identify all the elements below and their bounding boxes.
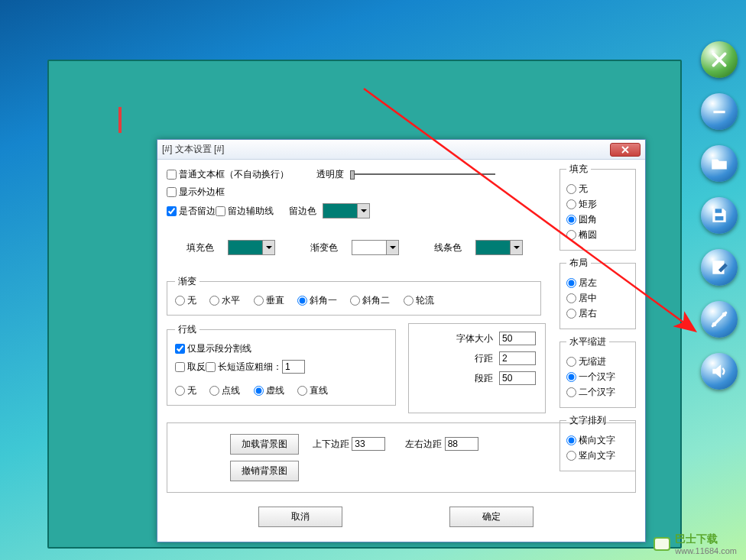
gradient-opt-3[interactable]: 斜角一 [297, 295, 337, 306]
font-size-label: 字体大小 [456, 332, 493, 345]
indent-group: 水平缩进 无缩进 一个汉字 二个汉字 [560, 335, 636, 408]
layout-opt-1[interactable]: 居中 [566, 292, 629, 305]
opacity-label: 透明度 [316, 168, 344, 181]
svg-point-6 [722, 312, 726, 316]
fill-shape-group: 填充 无 矩形 圆角 椭圆 [560, 163, 636, 251]
gradient-opt-0[interactable]: 无 [175, 295, 196, 306]
hmargin-label: 左右边距 [405, 439, 442, 449]
indent-opt-1[interactable]: 一个汉字 [566, 371, 629, 384]
text-cursor [118, 107, 122, 133]
line-style-0[interactable]: 无 [175, 385, 196, 396]
save-icon [709, 206, 729, 225]
font-size-input[interactable] [499, 332, 536, 345]
vmargin-label: 上下边距 [313, 439, 349, 449]
indent-opt-2[interactable]: 二个汉字 [566, 386, 629, 399]
vmargin-input[interactable] [352, 437, 385, 451]
svg-point-5 [712, 322, 716, 326]
minimize-icon [709, 102, 729, 121]
line-color-label: 线条色 [434, 241, 462, 254]
folder-icon [709, 154, 729, 173]
has-margin-checkbox[interactable]: 是否留边 [167, 205, 216, 218]
close-icon [709, 50, 729, 70]
floating-toolbar [696, 41, 743, 390]
plain-textbox-label: 普通文本框（不自动换行） [179, 169, 289, 180]
toolbar-folder-button[interactable] [701, 145, 738, 182]
has-margin-label: 是否留边 [179, 206, 216, 216]
fill-opt-2[interactable]: 圆角 [566, 213, 629, 226]
text-dir-legend: 文字排列 [566, 414, 609, 427]
load-bg-button[interactable]: 加载背景图 [230, 434, 299, 455]
text-dir-group: 文字排列 横向文字 竖向文字 [560, 414, 636, 471]
cancel-button[interactable]: 取消 [258, 507, 342, 527]
line-spacing-label: 行距 [475, 352, 493, 365]
fill-opt-0[interactable]: 无 [566, 183, 629, 196]
margin-guides-label: 留边辅助线 [228, 206, 274, 216]
para-spacing-input[interactable] [499, 371, 536, 385]
auto-length-checkbox[interactable]: 长短适应 [206, 361, 255, 374]
fill-color-picker[interactable] [228, 240, 275, 255]
toolbar-tools-button[interactable] [701, 301, 738, 338]
svg-rect-3 [715, 216, 724, 220]
ok-button[interactable]: 确定 [449, 507, 534, 527]
lines-legend: 行线 [175, 323, 199, 336]
thickness-label: 粗细： [255, 361, 282, 374]
watermark-badge: 巴士下载 www.11684.com [654, 532, 737, 555]
gradient-radios: 无 水平 垂直 斜角一 斜角二 轮流 [175, 294, 533, 307]
line-spacing-input[interactable] [499, 351, 536, 365]
gradient-opt-4[interactable]: 斜角二 [350, 295, 390, 306]
svg-rect-1 [713, 111, 725, 113]
font-block: 字体大小 行距 段距 [408, 323, 546, 413]
layout-opt-2[interactable]: 居右 [566, 307, 629, 320]
gradient-color-label: 渐变色 [310, 241, 338, 254]
invert-checkbox[interactable]: 取反 [175, 361, 206, 374]
gradient-opt-2[interactable]: 垂直 [254, 295, 284, 306]
toolbar-minimize-button[interactable] [701, 93, 738, 130]
fill-shape-legend: 填充 [566, 163, 591, 176]
layout-opt-0[interactable]: 居左 [566, 277, 629, 290]
dialog-title: [#] 文本设置 [#] [162, 143, 224, 156]
opacity-slider[interactable] [350, 167, 495, 181]
plain-textbox-checkbox[interactable]: 普通文本框（不自动换行） [167, 168, 289, 181]
edit-icon [709, 257, 729, 277]
gradient-opt-1[interactable]: 水平 [209, 295, 240, 306]
margin-color-picker[interactable] [323, 203, 370, 218]
text-dir-opt-1[interactable]: 竖向文字 [566, 449, 629, 462]
para-spacing-label: 段距 [475, 372, 493, 385]
toolbar-edit-button[interactable] [701, 249, 738, 286]
toolbar-close-button[interactable] [701, 41, 738, 78]
layout-group: 布局 居左 居中 居右 [560, 257, 636, 329]
line-style-3[interactable]: 直线 [297, 385, 328, 396]
margin-guides-checkbox[interactable]: 留边辅助线 [216, 205, 274, 218]
line-color-picker[interactable] [475, 240, 523, 255]
lines-group: 行线 仅显示段分割线 取反 长短适应 粗细： 无 点线 虚线 直线 [167, 323, 396, 406]
gradient-color-picker[interactable] [352, 240, 399, 255]
dialog-titlebar[interactable]: [#] 文本设置 [#] [157, 140, 645, 160]
dialog-close-button[interactable] [610, 143, 641, 157]
show-outer-border-label: 显示外边框 [179, 186, 225, 197]
only-segment-checkbox[interactable]: 仅显示段分割线 [175, 342, 251, 355]
indent-legend: 水平缩进 [566, 335, 609, 348]
gradient-group: 渐变 无 水平 垂直 斜角一 斜角二 轮流 [167, 275, 541, 316]
show-outer-border-checkbox[interactable]: 显示外边框 [167, 186, 225, 199]
gradient-legend: 渐变 [175, 275, 199, 288]
watermark-url: www.11684.com [675, 546, 737, 555]
text-dir-opt-0[interactable]: 横向文字 [566, 434, 629, 447]
fill-opt-1[interactable]: 矩形 [566, 198, 629, 211]
margin-color-label: 留边色 [289, 205, 316, 218]
thickness-input[interactable] [282, 360, 305, 374]
line-style-1[interactable]: 点线 [209, 385, 240, 396]
text-settings-dialog: [#] 文本设置 [#] 普通文本框（不自动换行） 透明度 显示外边框 是否留边… [157, 139, 646, 542]
line-style-2[interactable]: 虚线 [254, 385, 284, 396]
fill-color-label: 填充色 [186, 241, 214, 254]
gradient-opt-5[interactable]: 轮流 [404, 295, 434, 306]
sound-icon [709, 361, 729, 381]
layout-legend: 布局 [566, 257, 591, 270]
svg-rect-2 [715, 209, 722, 212]
hmargin-input[interactable] [445, 437, 478, 451]
fill-opt-3[interactable]: 椭圆 [566, 228, 629, 241]
clear-bg-button[interactable]: 撤销背景图 [230, 461, 299, 481]
toolbar-sound-button[interactable] [701, 353, 738, 390]
indent-opt-0[interactable]: 无缩进 [566, 355, 629, 368]
close-icon [621, 146, 629, 154]
toolbar-save-button[interactable] [701, 197, 738, 234]
